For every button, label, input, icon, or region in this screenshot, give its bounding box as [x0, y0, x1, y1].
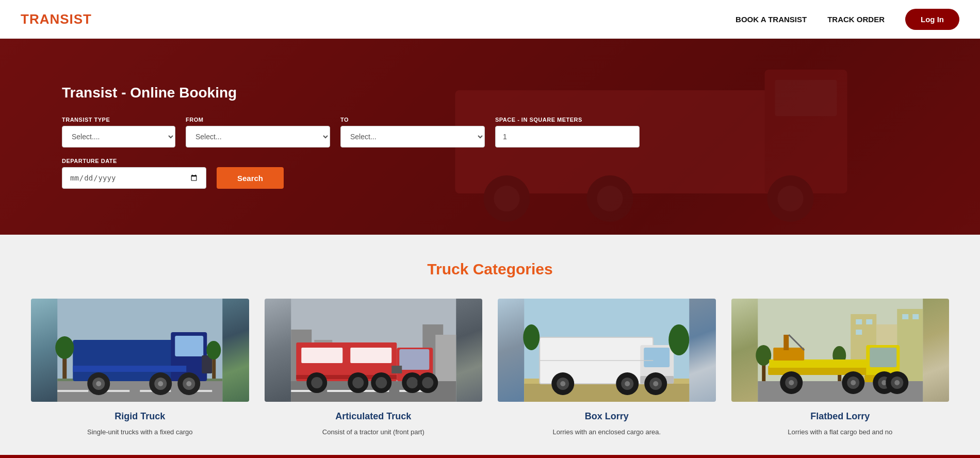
to-select[interactable]: Select... [340, 126, 485, 148]
svg-rect-49 [399, 349, 429, 370]
bottom-bar [0, 455, 980, 458]
logo: TRANSIST [21, 11, 92, 27]
rigid-truck-svg [31, 299, 249, 402]
svg-rect-46 [350, 348, 391, 363]
box-lorry-image [498, 299, 716, 402]
category-card-flatbed-lorry: Flatbed Lorry Lorries with a flat cargo … [731, 299, 950, 437]
departure-date-group: DEPARTURE DATE [62, 158, 206, 189]
svg-point-108 [851, 380, 856, 385]
category-card-articulated-truck: Articulated Truck Consist of a tractor u… [265, 299, 483, 437]
category-card-box-lorry: Box Lorry Lorries with an enclosed cargo… [498, 299, 716, 437]
box-lorry-desc: Lorries with an enclosed cargo area. [552, 427, 661, 437]
svg-point-54 [352, 377, 364, 388]
rigid-truck-name: Rigid Truck [115, 411, 165, 422]
search-button[interactable]: Search [217, 167, 284, 189]
svg-point-60 [422, 377, 433, 388]
flatbed-lorry-desc: Lorries with a flat cargo bed and no [788, 427, 892, 437]
svg-rect-18 [175, 336, 203, 356]
navbar-links: BOOK A TRANSIST TRACK ORDER Log In [736, 9, 959, 30]
category-card-rigid-truck: Rigid Truck Single-unit trucks with a fi… [31, 299, 249, 437]
svg-point-29 [186, 381, 191, 386]
flatbed-lorry-image [731, 299, 950, 402]
svg-point-58 [406, 377, 418, 388]
svg-rect-89 [912, 314, 919, 319]
box-lorry-name: Box Lorry [585, 411, 629, 422]
rigid-truck-desc: Single-unit trucks with a fixed cargo [87, 427, 192, 437]
svg-rect-50 [391, 366, 402, 373]
svg-rect-20 [73, 366, 186, 372]
svg-rect-87 [856, 330, 862, 335]
svg-point-52 [311, 377, 322, 388]
svg-rect-96 [769, 359, 870, 368]
transist-type-group: TRANSIST TYPE Select.... Rigid Truck Art… [62, 117, 175, 148]
svg-rect-101 [783, 335, 789, 350]
svg-rect-88 [902, 314, 908, 319]
hero-content: Transist - Online Booking TRANSIST TYPE … [0, 59, 980, 215]
flatbed-lorry-svg [731, 299, 950, 402]
svg-point-75 [625, 381, 630, 386]
departure-date-label: DEPARTURE DATE [62, 158, 206, 164]
svg-point-33 [206, 341, 221, 359]
from-group: FROM Select... [186, 117, 330, 148]
svg-rect-45 [301, 348, 342, 363]
categories-grid: Rigid Truck Single-unit trucks with a fi… [31, 299, 949, 437]
svg-rect-67 [644, 348, 669, 367]
svg-point-91 [756, 345, 771, 366]
rigid-truck-image [31, 299, 249, 402]
space-input[interactable] [495, 126, 640, 148]
svg-point-80 [523, 324, 540, 350]
svg-point-31 [55, 336, 74, 359]
booking-form: TRANSIST TYPE Select.... Rigid Truck Art… [62, 117, 918, 189]
svg-point-79 [668, 324, 689, 355]
svg-rect-16 [73, 340, 186, 381]
svg-point-105 [789, 380, 794, 385]
box-lorry-svg [498, 299, 716, 402]
book-a-transist-link[interactable]: BOOK A TRANSIST [736, 15, 807, 24]
svg-point-78 [653, 381, 658, 386]
svg-point-72 [560, 381, 565, 386]
from-label: FROM [186, 117, 330, 123]
articulated-truck-desc: Consist of a tractor unit (front part) [322, 427, 424, 437]
hero-section: Transist - Online Booking TRANSIST TYPE … [0, 39, 980, 235]
svg-point-26 [158, 381, 163, 386]
categories-title: Truck Categories [31, 260, 949, 278]
form-row-1: TRANSIST TYPE Select.... Rigid Truck Art… [62, 117, 918, 148]
categories-section: Truck Categories [0, 235, 980, 458]
space-group: SPACE - IN SQUARE METERS [495, 117, 640, 148]
transist-type-label: TRANSIST TYPE [62, 117, 175, 123]
svg-rect-41 [327, 390, 353, 392]
login-button[interactable]: Log In [905, 9, 959, 30]
navbar: TRANSIST BOOK A TRANSIST TRACK ORDER Log… [0, 0, 980, 39]
articulated-truck-image [265, 299, 483, 402]
hero-title: Transist - Online Booking [62, 85, 918, 101]
to-group: TO Select... [340, 117, 485, 148]
svg-rect-85 [856, 319, 862, 324]
flatbed-lorry-name: Flatbed Lorry [810, 411, 870, 422]
svg-rect-12 [57, 390, 88, 392]
svg-rect-98 [870, 348, 896, 367]
svg-point-56 [375, 377, 387, 388]
track-order-link[interactable]: TRACK ORDER [827, 15, 885, 24]
space-label: SPACE - IN SQUARE METERS [495, 117, 640, 123]
departure-date-input[interactable] [62, 167, 206, 189]
to-label: TO [340, 117, 485, 123]
from-select[interactable]: Select... [186, 126, 330, 148]
form-row-2: DEPARTURE DATE Search [62, 158, 918, 189]
svg-point-114 [894, 380, 900, 385]
articulated-truck-name: Articulated Truck [335, 411, 411, 422]
svg-point-23 [96, 381, 101, 386]
transist-type-select[interactable]: Select.... Rigid Truck Articulated Truck… [62, 126, 175, 148]
svg-rect-86 [866, 319, 872, 324]
articulated-truck-svg [265, 299, 483, 402]
